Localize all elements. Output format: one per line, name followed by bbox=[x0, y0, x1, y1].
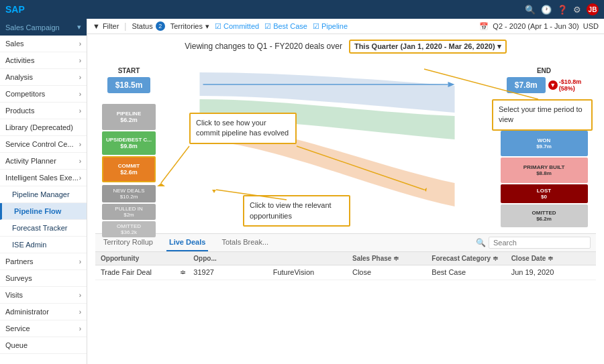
bar-pulled-in[interactable]: PULLED IN $2m bbox=[102, 204, 156, 220]
chevron-down-icon: › bbox=[79, 40, 81, 48]
sidebar-item-visits[interactable]: Visits› bbox=[0, 287, 87, 304]
search-icon[interactable]: 🔍 bbox=[525, 5, 536, 15]
annotation-opportunities: Click to view the relevant opportunities bbox=[243, 195, 350, 227]
status-badge: 2 bbox=[156, 21, 165, 31]
committed-checkbox[interactable]: ☑ Committed bbox=[215, 22, 259, 31]
sidebar-item-pipeline-manager[interactable]: Pipeline Manager bbox=[0, 186, 87, 203]
quarter-selector-button[interactable]: This Quarter (Jan 1, 2020 - Mar 26, 2020… bbox=[349, 40, 507, 54]
top-bar-left: SAP bbox=[5, 4, 25, 15]
clock-icon[interactable]: 🕐 bbox=[541, 5, 552, 15]
user-avatar[interactable]: JB bbox=[587, 3, 599, 15]
chevron-down-icon: › bbox=[79, 74, 81, 81]
territories-arrow: ▾ bbox=[205, 22, 209, 31]
sidebar-item-library--deprecated-[interactable]: Library (Deprecated) bbox=[0, 119, 87, 136]
end-value-box: $7.8m bbox=[507, 77, 546, 93]
sidebar-item-analysis[interactable]: Analysis› bbox=[0, 69, 87, 86]
sidebar-item-label: ISE Admin bbox=[12, 241, 46, 249]
sidebar-item-sales[interactable]: Sales› bbox=[0, 36, 87, 52]
sidebar-item-label: Administrator bbox=[5, 308, 49, 316]
pipeline-check-icon: ☑ bbox=[313, 22, 319, 31]
status-filter[interactable]: Status 2 bbox=[132, 21, 164, 31]
settings-icon[interactable]: ⚙ bbox=[573, 5, 581, 15]
sidebar-item-intelligent-sales-exe---[interactable]: Intelligent Sales Exe...› bbox=[0, 170, 87, 186]
bar-won[interactable]: WON $9.7m bbox=[501, 131, 588, 156]
committed-check-icon: ☑ bbox=[215, 22, 221, 31]
sidebar: Sales Campaign ▾ Sales›Activities›Analys… bbox=[0, 19, 87, 364]
sidebar-item-label: Intelligent Sales Exe... bbox=[5, 174, 79, 182]
sidebar-item-administrator[interactable]: Administrator› bbox=[0, 304, 87, 320]
help-icon[interactable]: ❓ bbox=[557, 5, 568, 15]
bar-pipeline[interactable]: PIPELINE $6.2m bbox=[102, 104, 156, 130]
sidebar-item-label: Activity Planner bbox=[5, 157, 56, 165]
sidebar-item-products[interactable]: Products› bbox=[0, 103, 87, 119]
sidebar-item-forecast-tracker[interactable]: Forecast Tracker bbox=[0, 220, 87, 237]
sidebar-item-surveys[interactable]: Surveys bbox=[0, 270, 87, 287]
sidebar-item-activity-planner[interactable]: Activity Planner› bbox=[0, 153, 87, 170]
top-bar: SAP 🔍 🕐 ❓ ⚙ JB bbox=[0, 0, 604, 19]
sidebar-item-label: Competitors bbox=[5, 90, 45, 98]
bar-commit[interactable]: COMMIT $2.6m bbox=[102, 156, 156, 182]
bar-new-deals[interactable]: NEW DEALS $10.2m bbox=[102, 185, 156, 202]
sidebar-item-label: Library (Deprecated) bbox=[5, 123, 73, 131]
sidebar-item-service[interactable]: Service› bbox=[0, 320, 87, 337]
chevron-down-icon: › bbox=[79, 57, 81, 64]
bar-upside[interactable]: UPSIDE/BEST C... $9.8m bbox=[102, 131, 156, 155]
sidebar-item-service-control-ce---[interactable]: Service Control Ce...› bbox=[0, 136, 87, 153]
tab-totals-break[interactable]: Totals Break... bbox=[219, 234, 271, 251]
bar-lost[interactable]: LOST $0 bbox=[501, 184, 588, 203]
left-bars-column: PIPELINE $6.2m UPSIDE/BEST C... $9.8m CO… bbox=[102, 104, 156, 182]
chevron-down-icon: › bbox=[79, 158, 81, 165]
sidebar-item-label: Visits bbox=[5, 291, 23, 299]
search-input[interactable] bbox=[489, 237, 591, 249]
secondary-nav: ▼ Filter | Status 2 Territories ▾ ☑ Comm… bbox=[87, 19, 604, 34]
cell-account: FutureVision bbox=[273, 268, 352, 277]
bestcase-checkbox[interactable]: ☑ Best Case bbox=[264, 22, 307, 31]
territories-label: Territories bbox=[170, 22, 203, 30]
bar-omitted-right[interactable]: OMITTED $6.2m bbox=[501, 204, 588, 227]
sidebar-item-ise-admin[interactable]: ISE Admin bbox=[0, 237, 87, 253]
table-header: Opportunity Oppo... Sales Phase ≑ Foreca… bbox=[95, 252, 596, 265]
annotation-time-period: Select your time period to view bbox=[492, 99, 593, 131]
content-area: ▼ Filter | Status 2 Territories ▾ ☑ Comm… bbox=[87, 19, 604, 364]
sidebar-item-label: Queue bbox=[5, 341, 28, 349]
delta-value: -$10.8m (58%) bbox=[559, 78, 582, 92]
cell-close-date: Jun 19, 2020 bbox=[511, 268, 591, 277]
sidebar-header: Sales Campaign ▾ bbox=[0, 19, 87, 36]
sidebar-item-queue[interactable]: Queue bbox=[0, 337, 87, 354]
delta-icon: ▼ bbox=[548, 80, 558, 90]
sidebar-collapse-icon[interactable]: ▾ bbox=[77, 23, 81, 32]
tab-search: 🔍 bbox=[476, 237, 591, 249]
bar-omitted-left[interactable]: OMITTED $36.2k bbox=[102, 221, 156, 237]
chevron-down-icon: › bbox=[79, 292, 81, 299]
left-bars-bottom: NEW DEALS $10.2m PULLED IN $2m OMITTED $… bbox=[102, 185, 156, 237]
start-column: START $18.5m PIPELINE $6.2m UPSIDE/BEST … bbox=[95, 59, 162, 233]
bar-primary-built[interactable]: PRIMARY BUILT $8.8m bbox=[501, 158, 588, 183]
waterfall-chart: START $18.5m PIPELINE $6.2m UPSIDE/BEST … bbox=[95, 59, 596, 233]
table-area: Opportunity Oppo... Sales Phase ≑ Foreca… bbox=[95, 251, 596, 280]
bar-pipeline-value: $6.2m bbox=[105, 117, 153, 123]
cell-forecast-category: Best Case bbox=[432, 268, 511, 277]
sidebar-item-competitors[interactable]: Competitors› bbox=[0, 86, 87, 103]
chevron-down-icon: › bbox=[79, 90, 81, 98]
bar-upside-label: UPSIDE/BEST C... bbox=[103, 137, 154, 143]
cell-oppo-id: 31927 bbox=[193, 268, 272, 277]
bestcase-label: Best Case bbox=[273, 22, 307, 30]
territories-filter[interactable]: Territories ▾ bbox=[170, 22, 209, 31]
sidebar-item-pipeline-flow[interactable]: Pipeline Flow bbox=[0, 203, 87, 220]
sidebar-items: Sales›Activities›Analysis›Competitors›Pr… bbox=[0, 36, 87, 354]
pipeline-checkbox[interactable]: ☑ Pipeline bbox=[313, 22, 348, 31]
tab-live-deals[interactable]: Live Deals bbox=[166, 234, 208, 251]
annotation-commit-pipeline: Click to see how your commit pipeline ha… bbox=[189, 113, 297, 144]
chart-area: Viewing changes to Q1 - FY2020 deals ove… bbox=[87, 34, 604, 364]
chevron-down-icon: › bbox=[79, 174, 81, 182]
sidebar-item-label: Pipeline Flow bbox=[14, 207, 61, 215]
chevron-down-icon: › bbox=[79, 258, 81, 265]
cell-opportunity-name: Trade Fair Deal bbox=[101, 268, 180, 277]
end-column: END $7.8m ▼ -$10.8m (58%) bbox=[492, 59, 596, 233]
end-value-row: $7.8m ▼ -$10.8m (58%) bbox=[507, 77, 582, 93]
bar-upside-value: $9.8m bbox=[103, 143, 154, 149]
sidebar-item-partners[interactable]: Partners› bbox=[0, 253, 87, 270]
filter-button[interactable]: ▼ Filter bbox=[93, 22, 119, 30]
sidebar-item-activities[interactable]: Activities› bbox=[0, 52, 87, 69]
table-row[interactable]: Trade Fair Deal ≑ 31927 FutureVision Clo… bbox=[95, 265, 596, 280]
